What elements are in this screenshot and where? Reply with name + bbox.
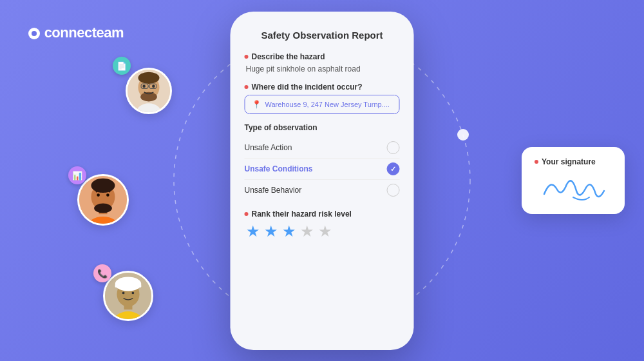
obs-unsafe-conditions-label: Unsafe Conditions [245, 164, 313, 173]
person3-icon: 📞 [93, 264, 111, 282]
svg-point-16 [94, 204, 112, 213]
svg-point-25 [122, 292, 125, 295]
avatar-person3 [103, 271, 153, 321]
obs-unsafe-conditions-radio[interactable] [387, 162, 400, 175]
obs-unsafe-behavior[interactable]: Unsafe Behavior [245, 180, 400, 200]
obs-unsafe-behavior-label: Unsafe Behavior [245, 186, 302, 195]
svg-point-4 [138, 72, 160, 84]
svg-point-23 [115, 277, 142, 291]
rank-hazard-section: Rank their hazard risk level ★ ★ ★ ★ ★ [245, 210, 400, 240]
rank-hazard-label: Rank their hazard risk level [245, 210, 400, 219]
star-rating[interactable]: ★ ★ ★ ★ ★ [245, 222, 400, 240]
star-4[interactable]: ★ [300, 222, 314, 240]
svg-point-7 [152, 84, 155, 88]
describe-hazard-section: Describe the hazard Huge pit sinkhole on… [245, 52, 400, 73]
obs-unsafe-action-radio[interactable] [387, 141, 400, 154]
white-dot-decoration [457, 129, 469, 141]
avatar-person1 [126, 68, 172, 114]
svg-point-26 [132, 292, 135, 295]
person3-face [105, 273, 151, 319]
report-title: Safety Observation Report [245, 30, 400, 41]
phone-frame: Safety Observation Report Describe the h… [231, 12, 414, 350]
describe-hazard-label: Describe the hazard [245, 52, 400, 61]
location-value: Warehouse 9, 247 New Jersey Turnp.... [265, 101, 390, 108]
obs-unsafe-conditions[interactable]: Unsafe Conditions [245, 159, 400, 180]
svg-point-18 [106, 193, 109, 197]
svg-point-6 [142, 84, 146, 88]
signature-label: Your signature [535, 157, 612, 166]
phone-content: Safety Observation Report Describe the h… [231, 12, 414, 350]
obs-unsafe-action-label: Unsafe Action [245, 143, 292, 152]
svg-rect-24 [115, 284, 142, 288]
location-box[interactable]: 📍 Warehouse 9, 247 New Jersey Turnp.... [245, 95, 400, 114]
type-observation-section: Type of observation Unsafe Action Unsafe… [245, 123, 400, 200]
obs-unsafe-behavior-radio[interactable] [387, 184, 400, 197]
logo-text: connecteam [44, 24, 124, 41]
star-2[interactable]: ★ [264, 222, 278, 240]
person1-face [128, 70, 170, 112]
star-1[interactable]: ★ [246, 222, 260, 240]
signature-card: Your signature [522, 147, 625, 214]
type-observation-title: Type of observation [245, 123, 400, 132]
logo: connecteam [28, 24, 124, 41]
obs-unsafe-action[interactable]: Unsafe Action [245, 137, 400, 159]
incident-location-section: Where did the incident occur? 📍 Warehous… [245, 83, 400, 114]
person1-icon: 📄 [113, 57, 131, 75]
star-5[interactable]: ★ [318, 222, 332, 240]
person2-face [79, 176, 127, 224]
person2-icon: 📊 [68, 166, 86, 184]
describe-hazard-value: Huge pit sinkhole on asphalt road [245, 64, 400, 73]
avatar-person2 [77, 174, 129, 226]
location-icon: 📍 [252, 100, 261, 109]
incident-location-label: Where did the incident occur? [245, 83, 400, 92]
svg-point-17 [97, 193, 100, 197]
star-3[interactable]: ★ [282, 222, 296, 240]
svg-point-15 [91, 179, 115, 193]
signature-drawing [535, 171, 612, 204]
logo-icon [28, 28, 40, 39]
